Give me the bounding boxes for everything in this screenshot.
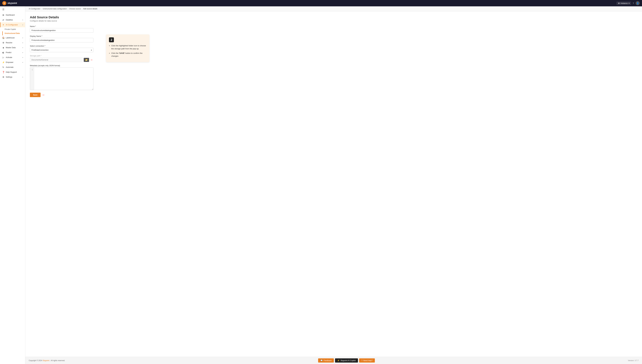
sidebar-item-label: Predict xyxy=(6,52,21,54)
storage-path-input[interactable] xyxy=(30,58,83,62)
select-connection-wrapper: FirstDataConnection xyxy=(30,48,93,52)
instance-selector[interactable]: 🖥 Instance ▾ xyxy=(616,2,631,5)
select-connection-dropdown[interactable]: FirstDataConnection xyxy=(30,48,93,52)
sidebar-item-label: Master Data xyxy=(6,46,21,48)
callout-bullet-2: Click the 'SAVE' button to confirm the c… xyxy=(111,52,147,58)
save-arrow: ← xyxy=(42,93,45,97)
callout-body: Click the highlighted folder icon to cho… xyxy=(109,44,147,58)
sidebar-item-label: Empower xyxy=(6,61,21,63)
chevron-down-icon: ▾ xyxy=(22,52,23,54)
sidebar-item-label: AI Configurator xyxy=(6,24,21,26)
help-button[interactable]: ? Need help? xyxy=(359,358,375,362)
instance-label: Instance xyxy=(621,2,628,4)
breadcrumb-sep-3: › xyxy=(82,8,82,10)
brand-name: skypoint xyxy=(8,2,17,4)
sidebar-item-label: Activate xyxy=(6,56,21,58)
name-label: Name * xyxy=(30,26,93,28)
chevron-down-icon: ▾ xyxy=(22,62,23,63)
page-title: Add Source Details xyxy=(30,16,637,19)
sidebar-item-unstructured-data[interactable]: Unstructured Data xyxy=(5,31,25,35)
ai-configurator-submenu: Private Copilot Unstructured Data xyxy=(0,27,25,35)
page-subtitle: Configure details for data source xyxy=(30,20,637,22)
display-name-field-group: Display Name * xyxy=(30,35,93,42)
chevron-down-icon: ▾ xyxy=(22,37,23,39)
save-row: Save ← xyxy=(30,92,637,97)
copilot-button[interactable]: ⚡ Skypoint AI Copilot xyxy=(335,358,358,362)
footer-buttons: 💬 Feedback ⚡ Skypoint AI Copilot ? Need … xyxy=(318,358,375,362)
select-connection-group: Select connection * FirstDataConnection xyxy=(30,45,93,52)
breadcrumb: AI Configurator › Unstructured data conf… xyxy=(25,6,642,12)
sidebar: ☰ ⊞ Dashboard ⇄ Dataflow ▾ ✦ AI Configur… xyxy=(0,6,25,364)
chevron-down-icon: ▾ xyxy=(22,19,23,21)
resolve-icon: ⚙ xyxy=(2,42,5,44)
sidebar-item-label: Help+Support xyxy=(6,71,23,73)
callout-box: 2 Click the highlighted folder icon to c… xyxy=(106,34,149,62)
sidebar-item-predict[interactable]: ◐ Predict ▾ xyxy=(0,50,25,55)
logo-icon: S xyxy=(2,1,6,5)
automate-icon: ↻ xyxy=(2,66,5,68)
display-name-label: Display Name * xyxy=(30,35,93,37)
breadcrumb-choose-source[interactable]: Choose source xyxy=(69,8,81,10)
sidebar-item-activate[interactable]: ▷ Activate ▾ xyxy=(0,55,25,60)
metadata-group: Metadata (accepts only JSON format) 1 xyxy=(30,65,637,90)
sidebar-item-dataflow[interactable]: ⇄ Dataflow ▾ xyxy=(0,18,25,22)
line-numbers: 1 xyxy=(30,68,34,90)
master-data-icon: ◈ xyxy=(2,46,5,49)
instance-icon: 🖥 xyxy=(618,2,620,4)
metadata-label: Metadata (accepts only JSON format) xyxy=(30,65,637,67)
sidebar-item-resolve[interactable]: ⚙ Resolve ▾ xyxy=(0,40,25,45)
sidebar-item-label: Settings xyxy=(6,76,21,78)
save-button[interactable]: Save xyxy=(30,92,41,97)
breadcrumb-sep-1: › xyxy=(41,8,42,10)
storage-path-arrow: ← xyxy=(90,58,93,62)
footer-copyright: Copyright © 2024 Skypoint . All rights r… xyxy=(29,360,65,362)
main-area: AI Configurator › Unstructured data conf… xyxy=(25,6,642,364)
callout-number: 2 xyxy=(109,37,114,42)
sidebar-item-automate[interactable]: ↻ Automate xyxy=(0,65,25,70)
display-name-input[interactable] xyxy=(30,38,93,42)
sidebar-item-private-copilot[interactable]: Private Copilot xyxy=(5,27,25,31)
chevron-down-icon: ▾ xyxy=(628,2,629,4)
footer-brand-link[interactable]: Skypoint xyxy=(43,360,49,362)
help-icon: ❓ xyxy=(2,71,5,73)
breadcrumb-current: Add source details xyxy=(83,8,98,10)
chevron-down-icon: ▾ xyxy=(22,57,23,58)
predict-icon: ◐ xyxy=(2,51,5,54)
activate-icon: ▷ xyxy=(2,56,5,58)
name-field-group: Name * xyxy=(30,26,93,32)
select-connection-label: Select connection * xyxy=(30,45,93,47)
metadata-textarea[interactable] xyxy=(34,68,93,90)
sidebar-item-empower[interactable]: ⚡ Empower ▾ xyxy=(0,60,25,65)
sidebar-item-help-support[interactable]: ❓ Help+Support xyxy=(0,70,25,74)
storage-path-row: 📁 ← xyxy=(30,58,93,62)
sidebar-item-label: Automate xyxy=(6,66,23,68)
breadcrumb-unstructured-config[interactable]: Unstructured data configuration xyxy=(43,8,67,10)
breadcrumb-sep-2: › xyxy=(68,8,68,10)
help-icon[interactable]: ? xyxy=(633,2,634,4)
name-input[interactable] xyxy=(30,28,93,32)
footer-version: Version: 3.7.7 xyxy=(628,360,638,362)
help-btn-icon: ? xyxy=(361,360,362,362)
storage-path-group: Storage path * 📁 ← xyxy=(30,55,93,62)
hamburger-icon[interactable]: ☰ xyxy=(0,6,25,12)
breadcrumb-ai-configurator[interactable]: AI Configurator xyxy=(29,8,41,10)
sidebar-item-master-data[interactable]: ◈ Master Data ▾ xyxy=(0,45,25,50)
sidebar-item-lakehouse[interactable]: 🏠 Lakehouse ▾ xyxy=(0,35,25,40)
sidebar-item-settings[interactable]: ⚙ Settings ▾ xyxy=(0,74,25,80)
feedback-button[interactable]: 💬 Feedback xyxy=(318,358,334,362)
folder-icon-button[interactable]: 📁 xyxy=(84,58,89,62)
dashboard-icon: ⊞ xyxy=(2,14,5,16)
footer: Copyright © 2024 Skypoint . All rights r… xyxy=(25,357,642,364)
chevron-down-icon: ▾ xyxy=(22,47,23,48)
avatar[interactable]: 👤 xyxy=(636,1,640,5)
brand-logo: S skypoint xyxy=(2,1,616,5)
lakehouse-icon: 🏠 xyxy=(2,37,5,39)
topnav-right: 🖥 Instance ▾ ? 👤 xyxy=(616,1,640,5)
sidebar-item-dashboard[interactable]: ⊞ Dashboard xyxy=(0,12,25,18)
sidebar-item-ai-configurator[interactable]: ✦ AI Configurator ▾ xyxy=(0,22,25,27)
settings-icon: ⚙ xyxy=(2,76,5,78)
top-navigation: S skypoint 🖥 Instance ▾ ? 👤 xyxy=(0,0,642,6)
copilot-icon: ⚡ xyxy=(337,360,340,362)
empower-icon: ⚡ xyxy=(2,61,5,64)
content-area: Add Source Details Configure details for… xyxy=(25,12,642,357)
